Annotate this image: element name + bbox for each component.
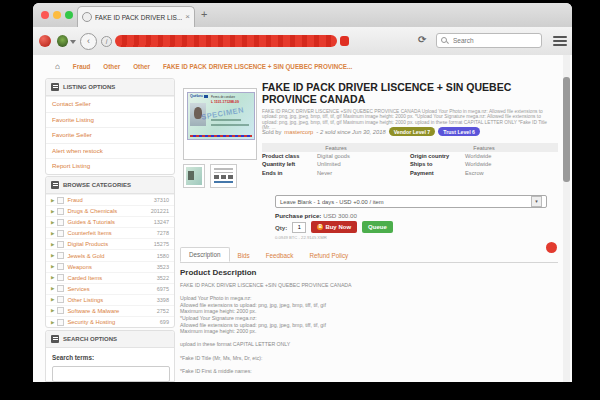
category-label[interactable]: Software & Malware [67, 308, 153, 314]
category-label[interactable]: Jewels & Gold [67, 253, 153, 259]
feature-key: Ends in [262, 170, 317, 176]
floating-red-button[interactable] [546, 242, 557, 253]
browse-categories-panel: BROWSE CATEGORIES ▶Fraud37310▶Drugs & Ch… [45, 176, 175, 328]
category-row[interactable]: ▶Services6975 [46, 283, 174, 294]
feature-value: Unlimited [317, 161, 410, 167]
expand-arrow-icon[interactable]: ▶ [51, 308, 54, 313]
expand-arrow-icon[interactable]: ▶ [51, 275, 54, 280]
product-tabs: Description Bids Feedback Refund Policy [180, 248, 558, 263]
tab-close-icon[interactable]: × [185, 13, 190, 21]
breadcrumb-other-2[interactable]: Other [133, 63, 150, 70]
search-options-panel: SEARCH OPTIONS Search terms: [45, 330, 175, 382]
queue-button[interactable]: Queue [362, 221, 393, 233]
category-row[interactable]: ▶Counterfeit Items7278 [46, 227, 174, 238]
home-icon[interactable]: ⌂ [55, 62, 60, 71]
back-button[interactable]: ‹ [80, 33, 97, 50]
expand-arrow-icon[interactable]: ▶ [51, 264, 54, 269]
hamburger-menu-icon[interactable] [553, 36, 567, 46]
search-options-header: SEARCH OPTIONS [46, 331, 174, 348]
breadcrumb-other-1[interactable]: Other [103, 63, 120, 70]
category-row[interactable]: ▶Security & Hosting699 [46, 316, 174, 327]
category-row[interactable]: ▶Jewels & Gold1580 [46, 249, 174, 260]
category-label[interactable]: Counterfeit Items [67, 230, 153, 236]
report-listing-link[interactable]: Report Listing [46, 158, 174, 174]
listing-options-panel: LISTING OPTIONS Contact Seller Favorite … [45, 78, 175, 175]
tab-bids[interactable]: Bids [230, 249, 258, 262]
category-count: 15275 [154, 241, 169, 247]
category-label[interactable]: Security & Hosting [67, 319, 156, 325]
window-close-button[interactable] [41, 11, 49, 19]
reload-icon[interactable]: ⟳ [418, 34, 430, 46]
category-label[interactable]: Other Listings [67, 297, 153, 303]
category-label[interactable]: Carded Items [67, 275, 153, 281]
tab-description[interactable]: Description [180, 247, 230, 262]
addon-icon[interactable] [39, 35, 51, 47]
window-zoom-button[interactable] [65, 11, 73, 19]
tor-onion-icon[interactable] [57, 35, 68, 47]
category-count: 13247 [154, 219, 169, 225]
category-label[interactable]: Weapons [67, 264, 153, 270]
crypto-equivalent: 0.0949 BTC - 22.9145 XMR [275, 235, 327, 240]
screenshot-stage: FAKE ID PACK DRIVER LIS... × + ‹ i ⟳ [0, 0, 600, 400]
tab-feedback[interactable]: Feedback [258, 249, 302, 262]
category-count: 201221 [151, 208, 169, 214]
category-count: 3523 [157, 264, 169, 270]
category-row[interactable]: ▶Other Listings3398 [46, 294, 174, 305]
vendor-link[interactable]: mastercorp [284, 129, 313, 135]
browser-tab[interactable]: FAKE ID PACK DRIVER LIS... × [77, 6, 195, 27]
expand-arrow-icon[interactable]: ▶ [51, 231, 54, 236]
expand-arrow-icon[interactable]: ▶ [51, 297, 54, 302]
expand-arrow-icon[interactable]: ▶ [51, 253, 54, 258]
offer-dropdown[interactable]: Leave Blank - 1 days - USD +0.00 / item … [275, 195, 547, 208]
expand-arrow-icon[interactable]: ▶ [51, 220, 54, 225]
chevron-down-icon[interactable] [70, 40, 76, 44]
scrollbar-thumb[interactable] [563, 77, 570, 182]
breadcrumb-fraud[interactable]: Fraud [73, 63, 91, 70]
category-label[interactable]: Fraud [67, 197, 150, 203]
favorite-seller-link[interactable]: Favorite Seller [46, 127, 174, 143]
card-number-text: L 1531-171288-09 [211, 100, 239, 104]
contact-seller-link[interactable]: Contact Seller [46, 96, 174, 112]
features-header-left: Features [262, 145, 410, 151]
qty-input[interactable] [292, 222, 306, 233]
new-tab-button[interactable]: + [201, 8, 207, 20]
browser-search-box[interactable] [436, 33, 542, 48]
category-label[interactable]: Drugs & Chemicals [67, 208, 147, 214]
browser-tab-bar: FAKE ID PACK DRIVER LIS... × + [33, 3, 572, 28]
offer-option-label: Leave Blank - 1 days - USD +0.00 / item [280, 199, 384, 205]
expand-arrow-icon[interactable]: ▶ [51, 198, 54, 203]
url-bar-redacted[interactable] [115, 35, 337, 47]
category-label[interactable]: Digital Products [67, 241, 150, 247]
page-content: ⌂ Fraud Other Other FAKE ID PACK DRIVER … [33, 55, 572, 382]
sold-note: - 2 sold since Jun 30, 2018 [316, 129, 385, 135]
category-label[interactable]: Services [67, 286, 153, 292]
folder-icon [57, 208, 64, 215]
window-minimize-button[interactable] [53, 11, 61, 19]
expand-arrow-icon[interactable]: ▶ [51, 286, 54, 291]
alert-restock-link[interactable]: Alert when restock [46, 143, 174, 159]
category-row[interactable]: ▶Drugs & Chemicals201221 [46, 205, 174, 216]
category-row[interactable]: ▶Guides & Tutorials13247 [46, 216, 174, 227]
site-info-icon[interactable]: i [101, 36, 112, 47]
browser-search-input[interactable] [451, 36, 537, 45]
folder-icon [57, 319, 64, 326]
buy-now-button[interactable]: B Buy Now [311, 221, 357, 233]
category-row[interactable]: ▶Carded Items3522 [46, 272, 174, 283]
expand-arrow-icon[interactable]: ▶ [51, 209, 54, 214]
favorite-listing-link[interactable]: Favorite Listing [46, 112, 174, 128]
thumbnail-back[interactable] [210, 164, 237, 188]
category-row[interactable]: ▶Weapons3523 [46, 261, 174, 272]
search-terms-input[interactable] [52, 366, 170, 382]
category-row[interactable]: ▶Software & Malware2752 [46, 305, 174, 316]
folder-icon [57, 219, 64, 226]
category-row[interactable]: ▶Digital Products15275 [46, 238, 174, 249]
browse-categories-header: BROWSE CATEGORIES [46, 177, 174, 194]
product-image-frame[interactable]: Québec Permis de conduire L 1531-171288-… [183, 88, 257, 160]
folder-icon [57, 230, 64, 237]
thumbnail-front[interactable] [183, 164, 205, 188]
expand-arrow-icon[interactable]: ▶ [51, 320, 54, 325]
category-label[interactable]: Guides & Tutorials [67, 219, 150, 225]
category-row[interactable]: ▶Fraud37310 [46, 194, 174, 205]
expand-arrow-icon[interactable]: ▶ [51, 242, 54, 247]
tab-refund-policy[interactable]: Refund Policy [301, 249, 356, 262]
